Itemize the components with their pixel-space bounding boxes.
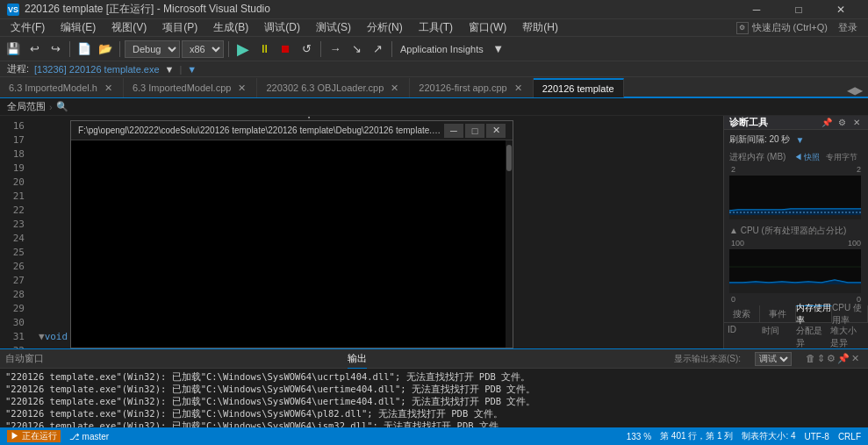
status-zoom: 133 % (627, 432, 651, 441)
output-toggle[interactable]: ⇕ (817, 353, 825, 364)
step-over[interactable]: → (326, 39, 345, 59)
mem-max: 2 (857, 165, 861, 174)
tab-close-icon[interactable]: ✕ (236, 83, 247, 94)
output-clear[interactable]: 🗑 (806, 353, 815, 364)
col-id: ID (728, 325, 762, 348)
maximize-button[interactable]: □ (778, 0, 819, 19)
terminal-minimize[interactable]: ─ (444, 124, 463, 138)
menu-project[interactable]: 项目(P) (155, 19, 204, 37)
tab-importedmodel-cpp[interactable]: 6.3 ImportedModel.cpp ✕ (124, 78, 258, 97)
diag-close[interactable]: ✕ (850, 117, 863, 129)
output-source-select[interactable]: 调试 (755, 352, 792, 366)
menu-analyze[interactable]: 分析(N) (360, 19, 410, 37)
quick-launch[interactable]: 快速启动 (Ctrl+Q) (752, 21, 828, 34)
menu-window[interactable]: 窗口(W) (462, 19, 513, 37)
arch-select[interactable]: x86 (182, 40, 224, 58)
login-button[interactable]: 登录 (838, 21, 857, 34)
pause-button[interactable]: ⏸ (255, 39, 274, 59)
diag-tab-events[interactable]: 事件 (760, 305, 796, 322)
menu-edit[interactable]: 编辑(E) (54, 19, 103, 37)
refresh-dropdown[interactable]: ▼ (795, 135, 804, 145)
svg-marker-1 (729, 209, 861, 215)
process-link[interactable]: [13236] 220126 template.exe (34, 64, 160, 75)
terminal-path-label: F:\pg\opengl\220222\codeSolu\220126 temp… (78, 126, 444, 135)
terminal-maximize[interactable]: □ (465, 124, 484, 138)
diag-tab-cpu[interactable]: CPU 使用率 (832, 305, 868, 322)
tab-label: 220126 template (542, 83, 614, 94)
editor-panel: 16 17 18 19 20 21 22 23 24 25 26 27 28 2… (0, 116, 868, 348)
memory-section: 进程内存 (MB) ◀ 快照 专用字节 2 2 (724, 149, 868, 223)
diag-tab-search[interactable]: 搜索 (724, 305, 760, 322)
tab-template[interactable]: 220126 template (534, 78, 624, 97)
window-title: 220126 template [正在运行] - Microsoft Visua… (25, 2, 270, 17)
col-alloc: 分配是异 (796, 325, 830, 348)
cpu-0-left: 0 (731, 295, 735, 304)
cpu-label: ▲ CPU (所有处理器的占分比) (729, 226, 846, 235)
tab-close-icon[interactable]: ✕ (103, 83, 114, 94)
menu-build[interactable]: 生成(B) (206, 19, 255, 37)
debug-config-select[interactable]: Debug (125, 40, 180, 58)
menu-file[interactable]: 文件(F) (4, 19, 52, 37)
tab-close-icon[interactable]: ✕ (513, 83, 524, 94)
output-tab-autowindow[interactable]: 自动窗口 (5, 349, 44, 369)
tab-scroll-right[interactable]: ▶ (855, 84, 863, 97)
code-container: 16 17 18 19 20 21 22 23 24 25 26 27 28 2… (0, 116, 723, 348)
output-settings[interactable]: ⚙ (827, 353, 836, 364)
output-line: "220126 template.exe"(Win32): 已加载"C:\Win… (5, 407, 863, 420)
output-content: "220126 template.exe"(Win32): 已加载"C:\Win… (0, 369, 868, 427)
private-bytes-label: 专用字节 (826, 153, 857, 161)
output-line: "220126 template.exe"(Win32): 已加载"C:\Win… (5, 370, 863, 383)
snapshot-button[interactable]: ◀ 快照 (794, 153, 821, 161)
status-right: 133 % 第 401 行，第 1 列 制表符大小: 4 UTF-8 CRLF (627, 430, 861, 442)
tab-importedmodel-h[interactable]: 6.3 ImportedModel.h ✕ (0, 78, 124, 97)
tab-objloader[interactable]: 220302 6.3 OBJLoader.cpp ✕ (257, 78, 410, 97)
run-button[interactable]: ▶ (233, 39, 253, 59)
cpu-header: ▲ CPU (所有处理器的占分比) (729, 225, 863, 237)
tab-close-icon[interactable]: ✕ (389, 83, 400, 94)
minimize-button[interactable]: ─ (736, 0, 777, 19)
bottom-area: 自动窗口 输出 显示输出来源(S): 调试 🗑 ⇕ ⚙ 📌 ✕ (0, 348, 868, 427)
toolbar-new[interactable]: 📄 (75, 39, 94, 59)
diag-settings[interactable]: ⚙ (836, 117, 848, 129)
menu-tools[interactable]: 工具(T) (412, 19, 460, 37)
terminal-close[interactable]: ✕ (486, 124, 506, 138)
title-bar-left: VS 220126 template [正在运行] - Microsoft Vi… (7, 2, 270, 17)
diag-table-header: ID 时间 分配是异 堆大小是异 (724, 323, 868, 348)
breadcrumb-bar: 全局范围 › 🔍 (0, 98, 868, 116)
restart-button[interactable]: ↺ (297, 39, 316, 59)
toolbar-save[interactable]: 💾 (4, 39, 23, 59)
terminal-scroll-thumb (506, 145, 512, 171)
status-pos: 第 401 行，第 1 列 (660, 430, 733, 442)
step-in[interactable]: ↘ (347, 39, 366, 59)
diagnostics-header: 诊断工具 📌 ⚙ ✕ (724, 116, 868, 130)
menu-help[interactable]: 帮助(H) (515, 19, 565, 37)
output-tab-output[interactable]: 输出 (348, 349, 367, 369)
vs-icon: VS (7, 4, 19, 16)
title-bar-controls: ─ □ ✕ (736, 0, 861, 19)
menu-view[interactable]: 视图(V) (104, 19, 154, 37)
toolbar-redo[interactable]: ↪ (46, 39, 65, 59)
tab-firstapp[interactable]: 220126-first app.cpp ✕ (410, 78, 533, 97)
step-out[interactable]: ↗ (368, 39, 387, 59)
toolbar-sep3 (228, 41, 229, 57)
diag-tab-memory[interactable]: 内存使用率 (796, 305, 832, 322)
filter-icon: 🔍 (56, 101, 68, 112)
close-button[interactable]: ✕ (821, 0, 861, 19)
output-line: "220126 template.exe"(Win32): 已加载"C:\Win… (5, 383, 863, 395)
diag-pin[interactable]: 📌 (821, 117, 833, 129)
terminal-scrollbar[interactable] (506, 140, 513, 348)
insights-dropdown[interactable]: ▼ (489, 39, 508, 59)
process-dropdown[interactable]: ▼ (165, 64, 175, 75)
tab-scroll-left[interactable]: ◀ (847, 84, 855, 97)
menu-test[interactable]: 测试(S) (309, 19, 358, 37)
search-icon: ⚙ (736, 22, 749, 34)
menu-debug[interactable]: 调试(D) (257, 19, 307, 37)
toolbar-open[interactable]: 📂 (96, 39, 115, 59)
stop-button[interactable]: ⏹ (276, 39, 295, 59)
toolbar-sep5 (391, 41, 392, 57)
output-pin[interactable]: 📌 (837, 353, 850, 364)
output-close[interactable]: ✕ (851, 353, 859, 364)
thread-dropdown[interactable]: ▼ (187, 64, 197, 75)
toolbar-undo[interactable]: ↩ (25, 39, 44, 59)
line-numbers: 16 17 18 19 20 21 22 23 24 25 26 27 28 2… (0, 116, 32, 348)
